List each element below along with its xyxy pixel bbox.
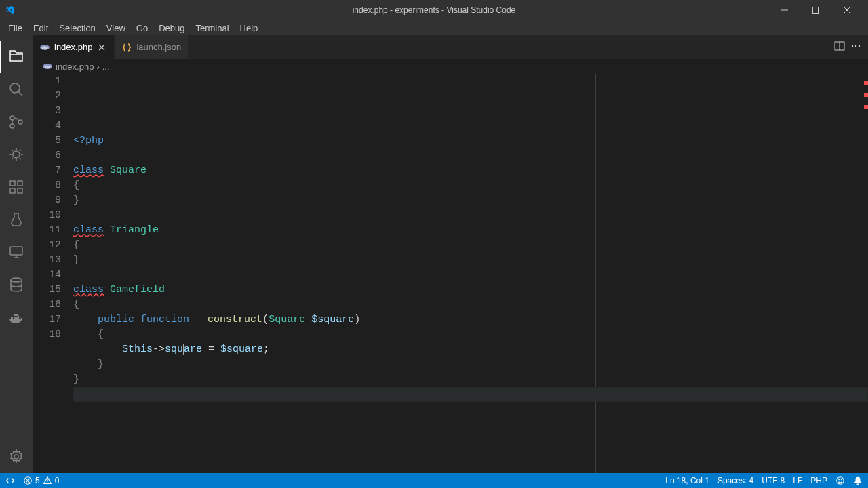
code-line[interactable]: } (73, 357, 868, 372)
code-line[interactable]: { (73, 327, 868, 342)
title-bar: index.php - experiments - Visual Studio … (0, 0, 868, 20)
code-line[interactable]: { (73, 178, 868, 193)
split-editor-icon[interactable] (834, 41, 845, 54)
activity-source-control[interactable] (0, 106, 33, 138)
feedback-icon[interactable] (835, 476, 845, 485)
menu-debug[interactable]: Debug (153, 22, 190, 35)
svg-point-2 (10, 116, 14, 120)
line-numbers: 123456789101112131415161718 (33, 74, 73, 473)
menu-file[interactable]: File (3, 22, 28, 35)
breadcrumb-file: index.php (56, 62, 94, 72)
code-line[interactable]: } (73, 372, 868, 387)
php-file-icon: php (39, 42, 50, 53)
tab-label: launch.json (136, 42, 181, 52)
activity-docker[interactable] (0, 301, 33, 333)
code-line[interactable] (73, 208, 868, 223)
activity-extensions[interactable] (0, 171, 33, 203)
code-line[interactable] (73, 387, 868, 402)
svg-point-1 (10, 83, 20, 93)
svg-point-16 (852, 45, 853, 47)
code-line[interactable]: } (73, 193, 868, 208)
activity-remote[interactable] (0, 236, 33, 268)
window-title: index.php - experiments - Visual Studio … (353, 5, 516, 15)
chevron-right-icon: › (96, 62, 99, 72)
code-line[interactable]: <?php (73, 134, 868, 148)
svg-point-23 (839, 479, 840, 480)
window-minimize-button[interactable] (769, 0, 800, 20)
json-file-icon (121, 42, 132, 53)
svg-point-17 (855, 45, 856, 47)
code-line[interactable]: } (73, 253, 868, 268)
activity-bar (0, 35, 33, 473)
encoding[interactable]: UTF-8 (762, 476, 785, 485)
more-actions-icon[interactable] (850, 41, 861, 54)
window-maximize-button[interactable] (800, 0, 831, 20)
svg-point-12 (14, 455, 18, 459)
activity-search[interactable] (0, 73, 33, 106)
code-line[interactable] (73, 268, 868, 283)
activity-testing[interactable] (0, 203, 33, 236)
breadcrumb-symbol: ... (102, 62, 110, 72)
menu-help[interactable]: Help (235, 22, 264, 35)
menu-view[interactable]: View (101, 22, 131, 35)
cursor-position[interactable]: Ln 18, Col 1 (665, 476, 709, 485)
code-line[interactable]: class Square (73, 163, 868, 178)
code-line[interactable]: { (73, 238, 868, 253)
svg-point-11 (11, 278, 22, 282)
remote-indicator[interactable] (5, 476, 15, 485)
code-editor[interactable]: 123456789101112131415161718 <?phpclass S… (33, 74, 868, 473)
svg-rect-0 (813, 7, 819, 14)
menu-go[interactable]: Go (131, 22, 153, 35)
editor-tabs: php index.php launch.json (33, 35, 868, 59)
problems-indicator[interactable]: 5 0 (23, 476, 59, 485)
svg-text:php: php (44, 64, 50, 68)
tab-index-php[interactable]: php index.php (33, 35, 115, 59)
tab-label: index.php (54, 42, 92, 52)
eol[interactable]: LF (793, 476, 802, 485)
svg-point-3 (10, 124, 14, 128)
close-icon[interactable] (96, 42, 107, 53)
tab-launch-json[interactable]: launch.json (115, 35, 189, 59)
svg-point-24 (841, 479, 842, 480)
svg-point-4 (18, 120, 22, 124)
svg-rect-8 (10, 188, 15, 193)
activity-database[interactable] (0, 268, 33, 301)
language-mode[interactable]: PHP (810, 476, 827, 485)
svg-rect-6 (10, 181, 15, 186)
menu-bar: File Edit Selection View Go Debug Termin… (0, 20, 868, 35)
code-line[interactable] (73, 148, 868, 163)
indentation[interactable]: Spaces: 4 (717, 476, 753, 485)
menu-edit[interactable]: Edit (28, 22, 54, 35)
code-line[interactable]: { (73, 298, 868, 312)
code-line[interactable]: $this->square = $square; (73, 342, 868, 357)
notifications-icon[interactable] (853, 476, 863, 485)
warning-count: 0 (55, 476, 60, 485)
status-bar: 5 0 Ln 18, Col 1 Spaces: 4 UTF-8 LF PHP (0, 473, 868, 488)
menu-selection[interactable]: Selection (54, 22, 100, 35)
svg-rect-7 (18, 181, 22, 186)
svg-text:php: php (41, 45, 47, 49)
activity-debug[interactable] (0, 138, 33, 171)
svg-point-18 (859, 45, 860, 47)
code-line[interactable]: public function __construct(Square $squa… (73, 312, 868, 327)
activity-explorer[interactable] (0, 41, 33, 73)
svg-rect-10 (10, 247, 22, 255)
svg-rect-9 (18, 188, 22, 193)
vscode-logo-icon (5, 5, 15, 15)
menu-terminal[interactable]: Terminal (190, 22, 234, 35)
php-file-icon: php (42, 61, 53, 72)
error-count: 5 (35, 476, 40, 485)
code-line[interactable]: class Triangle (73, 223, 868, 238)
breadcrumb[interactable]: php index.php › ... (33, 59, 868, 74)
svg-point-22 (837, 477, 844, 485)
code-line[interactable]: class Gamefield (73, 283, 868, 298)
window-close-button[interactable] (831, 0, 863, 20)
activity-settings[interactable] (0, 441, 33, 473)
code-content[interactable]: <?phpclass Square{}class Triangle{}class… (73, 74, 868, 473)
svg-point-5 (13, 151, 20, 158)
